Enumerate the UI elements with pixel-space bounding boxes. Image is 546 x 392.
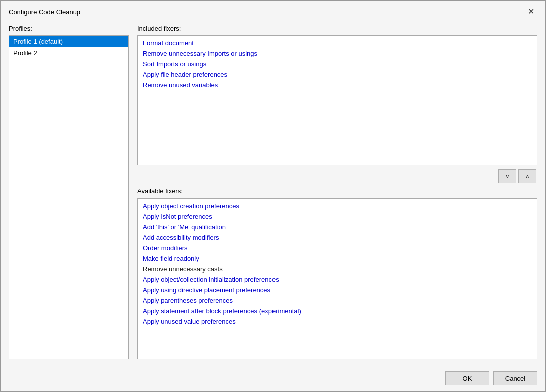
included-fixer-item[interactable]: Remove unnecessary Imports or usings xyxy=(138,48,537,59)
dialog-content: Profiles: Profile 1 (default)Profile 2 I… xyxy=(1,21,545,367)
available-fixer-item[interactable]: Apply statement after block preferences … xyxy=(138,306,537,316)
profile-item-profile1[interactable]: Profile 1 (default) xyxy=(9,36,128,47)
right-panel: Included fixers: Format documentRemove u… xyxy=(137,25,537,359)
available-fixer-item[interactable]: Apply object/collection initialization p… xyxy=(138,274,537,285)
left-panel: Profiles: Profile 1 (default)Profile 2 xyxy=(9,25,129,359)
close-button[interactable]: ✕ xyxy=(525,7,537,17)
profiles-label: Profiles: xyxy=(9,25,129,32)
available-fixer-item[interactable]: Add 'this' or 'Me' qualification xyxy=(138,222,537,232)
profiles-list: Profile 1 (default)Profile 2 xyxy=(9,35,129,359)
available-fixer-item[interactable]: Apply unused value preferences xyxy=(138,316,537,327)
available-fixer-item[interactable]: Remove unnecessary casts xyxy=(138,264,537,274)
included-fixer-item[interactable]: Sort Imports or usings xyxy=(138,59,537,69)
move-up-button[interactable]: ∧ xyxy=(518,169,536,183)
configure-code-cleanup-dialog: Configure Code Cleanup ✕ Profiles: Profi… xyxy=(0,0,546,392)
title-bar: Configure Code Cleanup ✕ xyxy=(1,1,545,21)
dialog-title: Configure Code Cleanup xyxy=(9,8,80,16)
included-fixer-item[interactable]: Format document xyxy=(138,38,537,48)
available-fixer-item[interactable]: Apply IsNot preferences xyxy=(138,211,537,222)
available-fixer-item[interactable]: Apply using directive placement preferen… xyxy=(138,285,537,295)
available-fixer-item[interactable]: Apply parentheses preferences xyxy=(138,295,537,306)
included-fixer-item[interactable]: Remove unused variables xyxy=(138,80,537,90)
ok-button[interactable]: OK xyxy=(445,371,489,385)
move-down-button[interactable]: ∨ xyxy=(498,169,516,183)
included-label: Included fixers: xyxy=(137,25,537,32)
included-fixer-item[interactable]: Apply file header preferences xyxy=(138,69,537,80)
available-section: Available fixers: Apply object creation … xyxy=(137,187,537,359)
included-section: Included fixers: Format documentRemove u… xyxy=(137,25,537,165)
available-fixer-item[interactable]: Add accessibility modifiers xyxy=(138,232,537,243)
profile-item-profile2[interactable]: Profile 2 xyxy=(9,47,128,59)
available-fixers-list[interactable]: Apply object creation preferencesApply I… xyxy=(137,198,537,359)
available-fixer-item[interactable]: Make field readonly xyxy=(138,253,537,264)
arrow-controls: ∨ ∧ xyxy=(137,169,537,183)
available-fixer-item[interactable]: Order modifiers xyxy=(138,243,537,253)
available-fixer-item[interactable]: Apply object creation preferences xyxy=(138,201,537,211)
available-label: Available fixers: xyxy=(137,187,537,195)
included-fixers-list: Format documentRemove unnecessary Import… xyxy=(137,35,537,165)
footer: OK Cancel xyxy=(1,367,545,391)
cancel-button[interactable]: Cancel xyxy=(493,371,537,385)
